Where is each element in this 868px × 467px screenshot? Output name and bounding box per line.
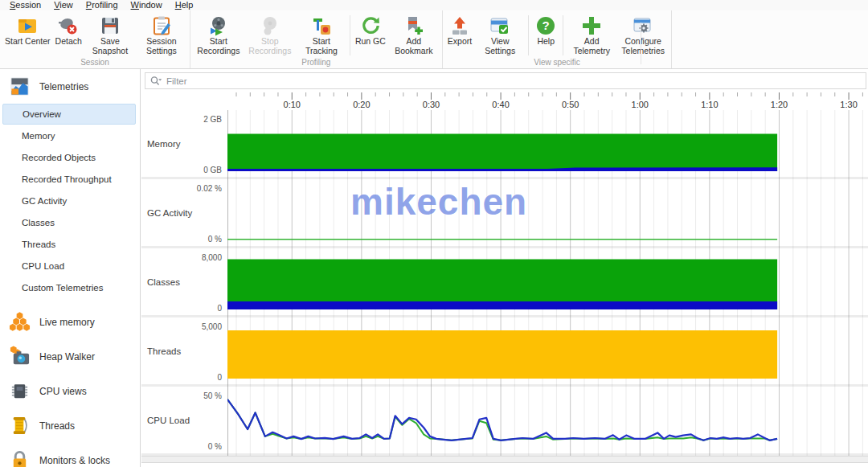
sidebar-item-label: Telemetries: [39, 81, 88, 92]
run-gc-icon: [360, 14, 381, 36]
toolbar-button-label: Start Center: [5, 37, 51, 47]
sidebar-item-custom-telemetries[interactable]: Custom Telemetries: [0, 277, 140, 298]
toolbar-group-view-specific: ExportView Settings?HelpAdd TelemetryCon…: [443, 10, 672, 68]
sidebar-item-label: Recorded Throughput: [22, 174, 112, 184]
sidebar-item-cpu-views[interactable]: CPU views: [0, 374, 140, 408]
telemetries-icon: [9, 76, 31, 97]
sidebar-item-gc-activity[interactable]: GC Activity: [0, 190, 140, 211]
help-button[interactable]: ?Help: [531, 13, 560, 48]
add-bookmark-icon: [403, 14, 424, 36]
add-bookmark-button[interactable]: Add Bookmark: [388, 13, 440, 58]
toolbar-button-label: Session Settings: [138, 37, 185, 56]
toolbar-button-label: Start Tracking: [298, 37, 345, 56]
menu-item-profiling[interactable]: Profiling: [80, 0, 125, 10]
toolbar-button-label: Start Recordings: [195, 37, 242, 56]
session-settings-button[interactable]: Session Settings: [136, 13, 187, 58]
toolbar-separator: [350, 15, 350, 55]
toolbar-button-label: Run GC: [355, 37, 386, 47]
sidebar-item-telemetries[interactable]: Telemetries: [0, 69, 140, 104]
detach-icon: [58, 14, 79, 36]
toolbar-button-label: Save Snapshot: [87, 37, 133, 56]
cpu-load-chart: [227, 387, 868, 457]
cpu-views-icon: [9, 380, 31, 402]
menu-bar: SessionViewProfilingWindowHelp: [0, 0, 868, 10]
toolbar-button-label: Detach: [55, 37, 82, 47]
menu-item-help[interactable]: Help: [169, 0, 200, 10]
menu-item-view[interactable]: View: [47, 0, 80, 10]
sidebar-item-label: Overview: [23, 109, 61, 119]
sidebar-item-label: Threads: [22, 240, 55, 249]
view-settings-icon: [489, 14, 510, 36]
start-recordings-button[interactable]: Start Recordings: [193, 13, 244, 58]
sidebar-item-recorded-throughput[interactable]: Recorded Throughput: [0, 168, 140, 190]
toolbar-group-label: Session: [0, 58, 190, 68]
threads-row: Threads5,0000: [141, 317, 868, 387]
sidebar-item-label: Monitors & locks: [39, 455, 110, 466]
sidebar-item-heap-walker[interactable]: Heap Walker: [0, 339, 140, 374]
sidebar-item-overview[interactable]: Overview: [2, 104, 136, 125]
export-button[interactable]: Export: [445, 13, 474, 48]
menu-item-window[interactable]: Window: [125, 0, 169, 10]
sidebar-item-classes[interactable]: Classes: [0, 211, 140, 233]
sidebar: TelemetriesOverviewMemoryRecorded Object…: [0, 69, 141, 467]
sidebar-item-live-memory[interactable]: Live memory: [0, 305, 140, 339]
save-snapshot-icon: [100, 14, 121, 36]
start-center-icon: [17, 14, 38, 36]
sidebar-item-label: CPU Load: [22, 261, 64, 271]
toolbar-group-session: Start CenterDetachSave SnapshotSession S…: [0, 10, 190, 68]
toolbar-group-label: View specific: [443, 58, 671, 68]
view-settings-button[interactable]: View Settings: [474, 13, 526, 58]
y-axis-max-label: 0.02 %: [141, 184, 222, 193]
sidebar-item-label: Recorded Objects: [22, 153, 96, 162]
telemetry-rows: Memory2 GB0 GBGC Activity0.02 %0 %Classe…: [141, 69, 868, 467]
run-gc-button[interactable]: Run GC: [353, 13, 388, 48]
classes-chart: [227, 248, 868, 318]
sidebar-item-label: Live memory: [39, 317, 95, 328]
sidebar-item-memory[interactable]: Memory: [0, 125, 140, 146]
toolbar-button-label: Export: [448, 37, 472, 47]
monitors-locks-icon: [9, 449, 31, 467]
y-axis-min-label: 0: [141, 304, 222, 313]
configure-telemetries-button[interactable]: Configure Telemetries: [617, 13, 669, 58]
sidebar-item-label: Heap Walker: [39, 351, 95, 363]
sidebar-item-label: Memory: [22, 131, 55, 141]
save-snapshot-button[interactable]: Save Snapshot: [84, 13, 136, 58]
session-settings-icon: [151, 14, 172, 36]
y-axis-max-label: 8,000: [141, 253, 222, 262]
y-axis-max-label: 2 GB: [141, 115, 222, 124]
memory-row: Memory2 GB0 GB: [141, 110, 868, 179]
add-telemetry-button[interactable]: Add Telemetry: [566, 13, 617, 58]
start-center-button[interactable]: Start Center: [2, 13, 53, 48]
menu-item-session[interactable]: Session: [3, 0, 47, 10]
toolbar-group-profiling: Start RecordingsStop RecordingsStart Tra…: [190, 10, 443, 68]
start-recordings-icon: [208, 14, 229, 36]
y-axis-min-label: 0 %: [141, 442, 222, 451]
classes-row: Classes8,0000: [141, 248, 868, 317]
export-icon: [449, 14, 470, 36]
cpu-load-row: CPU Load50 %0 %: [141, 387, 868, 456]
horizontal-scrollbar[interactable]: [141, 456, 868, 463]
threads-chart: [227, 317, 868, 387]
y-axis-min-label: 0 GB: [141, 166, 222, 174]
sidebar-item-label: Classes: [22, 218, 55, 227]
live-memory-icon: [9, 311, 31, 333]
start-tracking-icon: [311, 14, 332, 36]
configure-telemetries-icon: [633, 14, 653, 36]
sidebar-item-cpu-load[interactable]: CPU Load: [0, 255, 140, 277]
sidebar-item-threads[interactable]: Threads: [0, 408, 140, 443]
toolbar-button-label: Add Telemetry: [568, 37, 615, 56]
detach-button[interactable]: Detach: [53, 13, 84, 48]
toolbar-group-label: Profiling: [190, 58, 442, 68]
start-tracking-button[interactable]: Start Tracking: [296, 13, 347, 58]
toolbar-button-label: Help: [537, 37, 555, 47]
stop-recordings-button: Stop Recordings: [244, 13, 296, 58]
sidebar-item-label: Threads: [39, 420, 75, 432]
toolbar-button-label: Configure Telemetries: [620, 37, 666, 56]
sidebar-item-threads[interactable]: Threads: [0, 233, 140, 255]
y-axis-max-label: 5,000: [141, 322, 222, 331]
sidebar-item-recorded-objects[interactable]: Recorded Objects: [0, 146, 140, 168]
sidebar-item-monitors-locks[interactable]: Monitors & locks: [0, 443, 140, 467]
sidebar-item-label: Custom Telemetries: [22, 283, 103, 293]
heap-walker-icon: [9, 346, 31, 367]
add-telemetry-icon: [581, 14, 602, 36]
